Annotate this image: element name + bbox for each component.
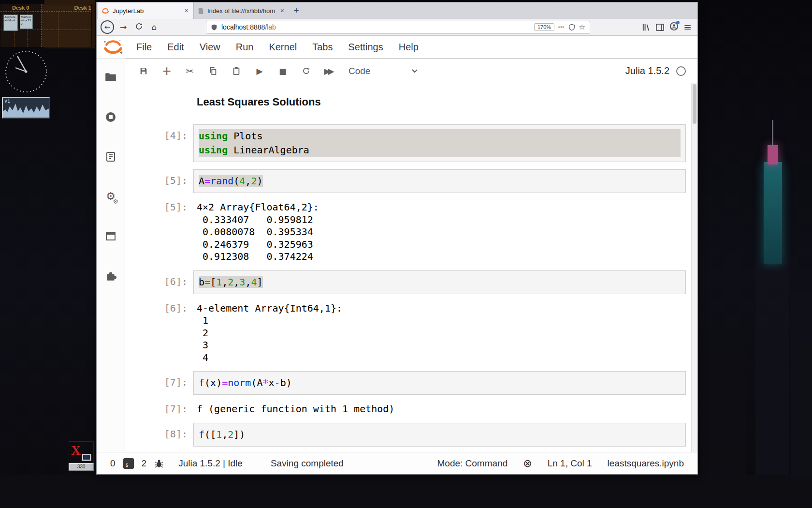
skyscraper-lit-tower — [764, 162, 782, 264]
command-mode-indicator[interactable]: Mode: Command — [437, 458, 508, 469]
kernel-bug-icon — [154, 459, 164, 468]
cursor-position[interactable]: Ln 1, Col 1 — [548, 458, 592, 469]
bookmark-star-icon[interactable]: ☆ — [579, 23, 585, 31]
firefox-window: JupyterLab × Index of file:///x/libb/hom… — [97, 2, 697, 474]
pager-mini-window-jupyterlab[interactable]: JupyterLab Mozil — [3, 15, 18, 31]
tab-close-icon[interactable]: × — [279, 7, 285, 15]
add-cell-button[interactable]: + — [155, 64, 178, 78]
output-cell[interactable]: [6]:4-element Array{Int64,1}: 1 2 3 4 — [125, 301, 697, 364]
account-icon[interactable] — [669, 22, 679, 33]
tab-title: Index of file:///x/libb/hom — [207, 7, 276, 15]
menu-tabs[interactable]: Tabs — [304, 42, 340, 53]
cell-output: 4×2 Array{Float64,2}: 0.333407 0.959812 … — [193, 201, 686, 263]
kernel-status-text[interactable]: Julia 1.5.2 | Idle — [178, 458, 243, 469]
tab-close-icon[interactable]: × — [184, 7, 189, 15]
code-cell[interactable]: [8]:f([1,2]) — [125, 423, 697, 447]
kernel-status-indicator[interactable] — [676, 66, 686, 76]
cut-cells-button[interactable]: ✂ — [178, 65, 202, 77]
pager-mini-window-mathematica[interactable]: Mathematica 330 — [20, 15, 33, 29]
code-input[interactable]: using Plotsusing LinearAlgebra — [193, 124, 686, 162]
tab-file-index[interactable]: Index of file:///x/libb/hom × — [193, 2, 289, 19]
menu-kernel[interactable]: Kernel — [261, 42, 304, 53]
hamburger-menu-icon[interactable]: ≡ — [683, 21, 692, 33]
zoom-level-badge[interactable]: 170% — [534, 23, 554, 31]
desktop-pager[interactable]: Desk 0 JupyterLab Mozil Mathematica 330 … — [0, 4, 92, 47]
output-cell[interactable]: [7]:f (generic function with 1 method) — [125, 402, 697, 416]
menu-run[interactable]: Run — [228, 42, 261, 53]
markdown-cell[interactable]: Least Squares Solutions — [125, 96, 697, 117]
notebook-filename: leastsquares.ipynb — [608, 458, 684, 469]
save-button[interactable] — [132, 67, 155, 75]
app-launcher-button[interactable]: X 330 — [69, 441, 94, 471]
url-bar[interactable]: localhost:8888 /lab 170% ••• ☆ — [206, 21, 590, 34]
code-input[interactable]: f([1,2]) — [193, 423, 686, 447]
skyscraper-crown — [768, 145, 778, 164]
paste-cells-button[interactable] — [225, 67, 248, 75]
notebook-content[interactable]: Least Squares Solutions[4]:using Plotsus… — [125, 83, 697, 452]
pager-desk-1[interactable]: Desk 1 — [42, 4, 91, 47]
statusbar-sessions[interactable]: 0 $_ 2 — [110, 458, 164, 469]
launcher-icon[interactable]: X — [69, 441, 94, 463]
menu-settings[interactable]: Settings — [340, 42, 391, 53]
running-kernels-icon[interactable] — [104, 111, 117, 123]
scrollbar-thumb[interactable] — [693, 84, 696, 124]
copy-cells-button[interactable] — [202, 67, 225, 75]
code-cell[interactable]: [6]:b=[1,2,3,4] — [125, 270, 697, 294]
restart-run-all-button[interactable]: ▶▶ — [318, 66, 341, 76]
cell-prompt: [4]: — [125, 124, 193, 162]
code-input[interactable]: b=[1,2,3,4] — [193, 270, 686, 294]
restart-kernel-button[interactable] — [294, 67, 318, 75]
code-input[interactable]: f(x)=norm(A*x-b) — [193, 371, 686, 395]
kernel-name[interactable]: Julia 1.5.2 — [625, 65, 669, 76]
notebook-scrollbar[interactable] — [691, 83, 697, 452]
jupyter-logo — [102, 39, 124, 55]
jupyterlab-menu-bar: File Edit View Run Kernel Tabs Settings … — [97, 36, 697, 59]
run-cell-button[interactable]: ▶ — [248, 66, 271, 76]
open-tabs-icon[interactable] — [104, 230, 117, 242]
new-tab-button[interactable]: + — [289, 2, 304, 19]
save-status-text: Saving completed — [271, 458, 344, 469]
terminals-count[interactable]: 0 — [110, 458, 116, 469]
file-browser-icon[interactable] — [104, 71, 117, 84]
pager-desk0-pages[interactable]: JupyterLab Mozil Mathematica 330 — [0, 11, 41, 47]
sidebar-toggle-icon[interactable] — [655, 23, 665, 32]
url-path: /lab — [265, 23, 276, 31]
kernels-count[interactable]: 2 — [142, 458, 147, 469]
menu-file[interactable]: File — [129, 42, 160, 53]
code-cell[interactable]: [5]:A=rand(4,2) — [125, 169, 697, 193]
cell-type-value: Code — [348, 66, 370, 76]
code-cell[interactable]: [7]:f(x)=norm(A*x-b) — [125, 371, 697, 395]
launcher-label: 330 — [69, 463, 94, 471]
menu-edit[interactable]: Edit — [160, 42, 191, 53]
pager-desk0-label: Desk 0 — [0, 4, 41, 11]
pager-desk-0[interactable]: Desk 0 JupyterLab Mozil Mathematica 330 — [0, 4, 42, 47]
monitor-icon — [82, 454, 91, 461]
pager-desk1-pages[interactable] — [42, 11, 91, 47]
circled-x-icon[interactable]: ⊗ — [523, 457, 532, 469]
code-cell[interactable]: [4]:using Plotsusing LinearAlgebra — [125, 124, 697, 162]
library-icon[interactable] — [641, 23, 651, 32]
forward-button[interactable]: → — [117, 22, 130, 32]
tracking-shield-icon[interactable] — [211, 24, 218, 31]
code-input[interactable]: A=rand(4,2) — [193, 169, 686, 193]
menu-view[interactable]: View — [192, 42, 228, 53]
back-button[interactable]: ← — [101, 20, 114, 34]
extension-manager-puzzle-icon[interactable] — [104, 269, 117, 282]
cell-prompt: [5]: — [125, 169, 193, 193]
building-silhouette — [700, 339, 746, 479]
page-actions-icon[interactable]: ••• — [558, 25, 564, 30]
bookmark-flag-icon[interactable] — [568, 24, 575, 31]
pager-grid-line — [42, 30, 91, 30]
menu-help[interactable]: Help — [391, 42, 426, 53]
command-palette-icon[interactable] — [104, 150, 117, 163]
tab-jupyterlab[interactable]: JupyterLab × — [98, 2, 193, 19]
markdown-heading: Least Squares Solutions — [197, 96, 686, 108]
cell-type-dropdown[interactable]: Code — [346, 64, 423, 78]
home-button[interactable]: ⌂ — [148, 22, 160, 32]
output-cell[interactable]: [5]:4×2 Array{Float64,2}: 0.333407 0.959… — [125, 200, 697, 263]
reload-button[interactable] — [132, 22, 145, 32]
interrupt-kernel-button[interactable]: ■ — [271, 66, 294, 76]
property-inspector-gears-icon[interactable]: ⚙ ⚙ — [104, 190, 117, 203]
system-load-monitor: v1 — [2, 97, 50, 119]
cell-prompt: [8]: — [125, 423, 193, 447]
